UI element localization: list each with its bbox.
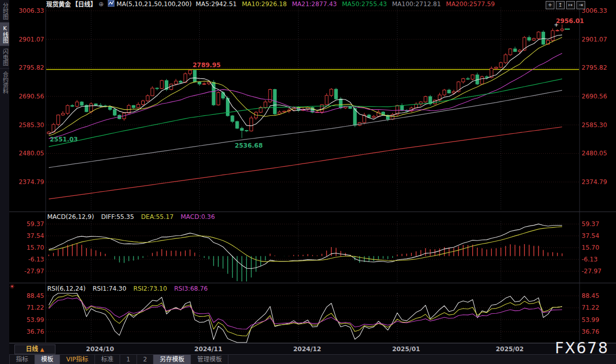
macd-diff-value: DIFF:55.35 xyxy=(101,213,134,220)
chart-toolbar-icons: +↥↦⇥ xyxy=(546,1,587,9)
bottom-tab-0[interactable]: 指标 xyxy=(10,355,35,364)
bottom-toolbar: 指标模板VIP指标标准12另存模板管理模板 xyxy=(9,354,616,364)
pan-icon[interactable]: + xyxy=(546,1,554,9)
x-axis-scale-icon[interactable]: ↦ xyxy=(566,1,575,9)
ma-legend: MA5:2942.51MA10:2926.18MA21:2877.43MA50:… xyxy=(196,1,500,8)
rsi3-value: RSI3:68.76 xyxy=(174,285,208,292)
rsi1-value: RSI1:74.30 xyxy=(93,285,127,292)
price-annotation-2: 2536.68 xyxy=(235,142,263,149)
date-axis-row: 日线▲ 2024/102024/112024/122025/012025/02 xyxy=(9,343,616,355)
y-axis-scale-icon[interactable]: ↥ xyxy=(556,1,565,9)
bottom-tab-5[interactable]: 2 xyxy=(137,355,154,364)
date-label-3: 2025/01 xyxy=(392,346,420,353)
ma-value-1: MA10:2926.18 xyxy=(242,1,287,8)
rsi-title: RSI(6,12,24) xyxy=(47,285,86,292)
macd-header: MACD(26,12,9) DIFF:55.35 DEA:55.17 MACD:… xyxy=(47,213,220,220)
period-dropdown-button[interactable]: 日线▲ xyxy=(14,345,55,354)
symbol-title: 现货黄金 xyxy=(46,0,71,8)
bottom-tab-4[interactable]: 1 xyxy=(120,355,137,364)
ma-value-2: MA21:2877.43 xyxy=(292,1,337,8)
chart-settings-icon[interactable]: ⊕ xyxy=(99,1,104,8)
ma-value-4: MA100:2712.81 xyxy=(392,1,441,8)
price-annotation-1: 2551.03 xyxy=(50,136,78,143)
bottom-tab-7[interactable]: 管理模板 xyxy=(191,355,228,364)
date-label-0: 2024/10 xyxy=(86,346,114,353)
trading-app-window: 分时图K线图闪电图合约资料 现货黄金 【日线】 ⊕ MA(5,10,21,50,… xyxy=(0,0,616,364)
ma-indicator-icon[interactable] xyxy=(108,0,114,8)
chart-header: 现货黄金 【日线】 ⊕ MA(5,10,21,50,100,200) MA5:2… xyxy=(46,0,504,8)
rsi-settings-icon[interactable]: ☀ xyxy=(9,283,15,290)
bottom-tab-1[interactable]: 模板 xyxy=(35,355,60,364)
ma-group-label: MA(5,10,21,50,100,200) xyxy=(117,1,191,8)
rsi-header: RSI(6,12,24) RSI1:74.30 RSI2:73.10 RSI3:… xyxy=(47,285,213,292)
price-annotation-3: 2956.01 xyxy=(556,17,584,25)
dropdown-arrow-icon: ▲ xyxy=(40,347,44,352)
shift-data-icon[interactable]: ⇥ xyxy=(576,1,585,9)
macd-title: MACD(26,12,9) xyxy=(47,213,94,220)
chart-canvas[interactable]: + xyxy=(0,0,616,364)
macd-value: MACD:0.36 xyxy=(181,213,215,220)
date-label-2: 2024/12 xyxy=(293,346,321,353)
bottom-tab-6[interactable]: 另存模板 xyxy=(153,355,191,364)
rsi2-value: RSI2:73.10 xyxy=(133,285,167,292)
fx678-watermark: FX678 xyxy=(555,339,609,357)
date-label-1: 2024/11 xyxy=(195,346,222,353)
price-annotation-0: 2789.95 xyxy=(192,62,221,69)
ma-value-0: MA5:2942.51 xyxy=(196,1,237,8)
macd-dea-value: DEA:55.17 xyxy=(141,213,174,220)
bottom-tab-2[interactable]: VIP指标 xyxy=(60,355,95,364)
ma-value-5: MA200:2577.59 xyxy=(446,1,495,8)
bottom-tab-3[interactable]: 标准 xyxy=(95,355,120,364)
ma-value-3: MA50:2755.43 xyxy=(342,1,387,8)
date-label-4: 2025/02 xyxy=(496,346,524,353)
period-dropdown-label: 日线 xyxy=(26,346,38,353)
period-tag: 【日线】 xyxy=(72,0,97,8)
